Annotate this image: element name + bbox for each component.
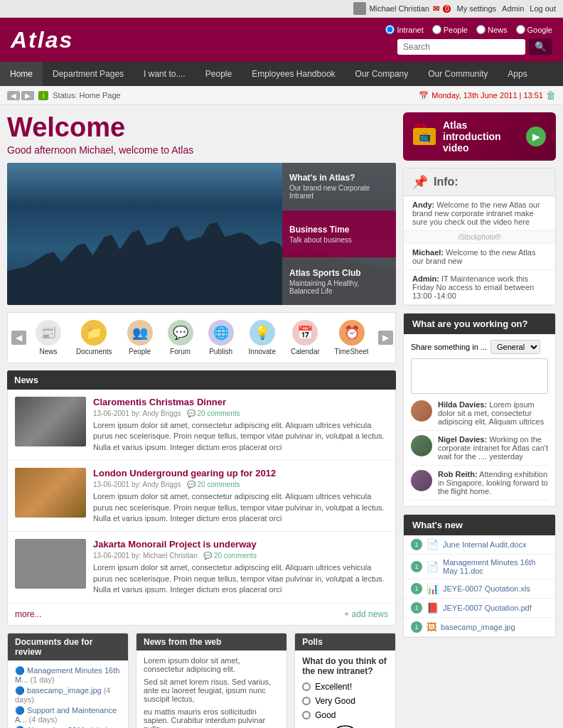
news-title-3[interactable]: Jakarta Monorail Project is underway (93, 539, 388, 550)
user-name-link[interactable]: Michael Christian (370, 4, 429, 13)
logout-link[interactable]: Log out (530, 4, 556, 13)
poll-radio-1[interactable] (302, 682, 311, 691)
poll-label-1: Excellent! (315, 682, 352, 692)
doc-item-1[interactable]: 🔵 Management Minutes 16th M... (1 day) (15, 666, 121, 684)
radio-news[interactable]: News (476, 25, 508, 34)
nigel-name: Nigel Davies: (438, 435, 487, 444)
news-author-1: by: Andy Briggs (132, 410, 181, 417)
ql-calendar[interactable]: 📅 Calendar (285, 316, 326, 359)
hilda-text: Hilda Davies: Lorem ipsum dolor sit a me… (438, 400, 548, 426)
poll-label-3: Good (315, 710, 336, 720)
my-settings-link[interactable]: My settings (456, 4, 496, 13)
ql-people[interactable]: 👥 People (122, 316, 159, 359)
innovate-icon: 💡 (250, 320, 275, 346)
hero-card-1[interactable]: What's in Atlas? Our brand new Corporate… (282, 163, 396, 210)
ql-next[interactable]: ▶ (378, 331, 393, 345)
status-arrows: ◀ ▶ (7, 91, 34, 100)
person-update-3: Rob Reith: Attending exhibition in Singa… (411, 466, 548, 500)
file-link-5[interactable]: basecamp_image.jpg (441, 623, 515, 631)
ql-innovate[interactable]: 💡 Innovate (243, 316, 282, 359)
person-update-1: Hilda Davies: Lorem ipsum dolor sit a me… (411, 396, 548, 431)
file-link-1[interactable]: June Internal Audit.docx (443, 540, 526, 549)
news-thumb-3 (15, 539, 86, 589)
info-entry-3: Admin: IT Maintenance work this Friday N… (404, 270, 555, 305)
whats-new-item-1: 1 📄 June Internal Audit.docx (404, 535, 555, 555)
ql-people-label: People (129, 348, 151, 355)
news-date-2: 13-06-2001 (93, 481, 129, 488)
nav-apps[interactable]: Apps (498, 62, 537, 86)
nav-i-want-to[interactable]: I want to.... (134, 62, 195, 86)
intro-video-label: Atlas introduction video (443, 119, 519, 154)
nav-our-company[interactable]: Our Company (345, 62, 419, 86)
num-badge-1: 1 (411, 539, 422, 550)
doc-item-4[interactable]: 🔵 Alexanders 2011 visit.docx (9 days) (15, 726, 121, 728)
status-bar: ◀ ▶ i Status: Home Page 📅 Monday, 13th J… (0, 86, 563, 105)
share-textarea[interactable] (411, 358, 548, 394)
poll-radio-3[interactable] (302, 711, 311, 719)
news-thumb-2 (15, 468, 86, 518)
site-logo: Atlas (11, 27, 73, 53)
nav-home[interactable]: Home (0, 62, 43, 86)
img-icon-1: 🖼 (427, 621, 436, 633)
radio-intranet[interactable]: Intranet (385, 25, 423, 34)
info-box: 📌 Info: Andy: Welcome to the new Atlas o… (403, 168, 556, 306)
prev-arrow[interactable]: ◀ (7, 91, 20, 100)
news-title-2[interactable]: London Underground gearing up for 2012 (93, 468, 388, 478)
hero-card-2[interactable]: Business Time Talk about business (282, 210, 396, 258)
admin-link[interactable]: Admin (502, 4, 524, 13)
nav-department[interactable]: Department Pages (43, 62, 134, 86)
welcome-name: Michael (79, 144, 113, 156)
hero-card-3-title: Atlas Sports Club (289, 268, 389, 278)
num-badge-4: 1 (411, 602, 422, 614)
nav-our-community[interactable]: Our Community (418, 62, 498, 86)
whats-new-item-3: 1 📊 JEYE-0007 Quotation.xls (404, 579, 555, 599)
news-title-1[interactable]: Claromentis Christmas Dinner (93, 397, 388, 407)
ql-forum[interactable]: 💬 Forum (162, 316, 199, 359)
news-item-1: Claromentis Christmas Dinner 13-06-2001 … (8, 390, 395, 461)
poll-option-3[interactable]: Good (302, 710, 388, 720)
radio-google[interactable]: Google (516, 25, 552, 34)
nav-people[interactable]: People (195, 62, 242, 86)
ql-news[interactable]: 📰 News (30, 316, 67, 359)
hero-card-3[interactable]: Atlas Sports Club Maintaining A Healthy,… (282, 257, 396, 305)
ql-timesheet[interactable]: ⏰ TimeSheet (329, 316, 375, 359)
doc-item-2[interactable]: 🔵 basecamp_image.jpg (4 days) (15, 686, 121, 704)
hilda-name: Hilda Davies: (438, 400, 487, 409)
doc-item-3[interactable]: 🔵 Support and Maintenance A... (4 days) (15, 706, 121, 724)
news-web-panel: News from the web Lorem ipsum dolor sit … (136, 633, 287, 728)
poll-option-2[interactable]: Very Good (302, 696, 388, 706)
news-web-body: Lorem ipsum dolor sit amet, consectetur … (136, 651, 286, 728)
bottom-panels: Documents due for review 🔵 Management Mi… (7, 633, 396, 728)
ql-prev[interactable]: ◀ (11, 331, 26, 345)
doc-icon-1: 📄 (427, 539, 439, 550)
search-button[interactable]: 🔍 (529, 38, 552, 55)
ql-innovate-label: Innovate (249, 348, 276, 355)
next-arrow[interactable]: ▶ (21, 91, 34, 100)
main-column: Welcome Good afternoon Michael, welcome … (7, 112, 396, 728)
ql-documents[interactable]: 📁 Documents (70, 316, 118, 359)
ql-publish[interactable]: 🌐 Publish (203, 316, 240, 359)
calendar-icon: 📅 (292, 320, 318, 346)
status-icon: i (38, 91, 48, 100)
nav-employees[interactable]: Employees Handbook (242, 62, 345, 86)
more-link[interactable]: more... (15, 609, 41, 619)
poll-radio-2[interactable] (302, 697, 311, 705)
intro-video-btn[interactable]: ⚙⚙ 📺 Atlas introduction video ▶ (403, 112, 556, 161)
search-input[interactable] (397, 39, 525, 55)
file-link-2[interactable]: Management Minutes 16th May 11.doc (443, 558, 548, 575)
news-web-text-1: Lorem ipsum dolor sit amet, consectetur … (144, 656, 279, 673)
file-link-4[interactable]: JEYE-0007 Quotation.pdf (443, 604, 532, 612)
site-header: Atlas Intranet People News Google 🔍 (0, 18, 563, 62)
add-news-link[interactable]: + add news (344, 609, 388, 619)
news-section-header: News (7, 370, 396, 390)
radio-people[interactable]: People (432, 25, 468, 34)
hero-card-2-title: Business Time (289, 225, 389, 235)
search-radio-group: Intranet People News Google (385, 25, 552, 34)
people-icon: 👥 (127, 320, 153, 346)
share-select[interactable]: General (490, 340, 540, 354)
info-entry-1: Andy: Welcome to the new Atlas our brand… (404, 196, 555, 231)
file-link-3[interactable]: JEYE-0007 Quotation.xls (443, 584, 530, 593)
poll-option-1[interactable]: Excellent! (302, 682, 388, 692)
news-comments-3: 20 comments (214, 552, 257, 560)
play-button[interactable]: ▶ (526, 127, 546, 146)
